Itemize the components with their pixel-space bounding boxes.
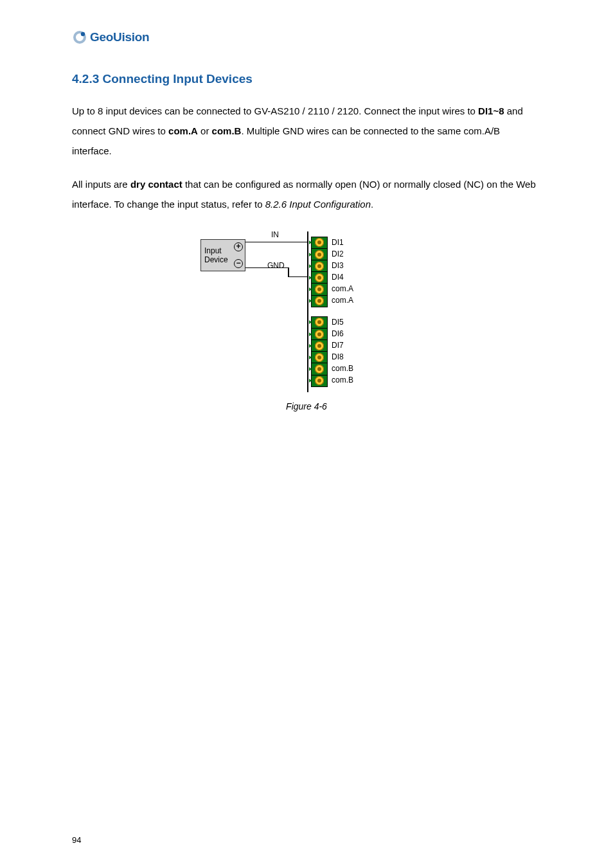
- wire-gnd-seg2: [288, 267, 289, 276]
- terminal: [312, 249, 327, 260]
- pin-label: DI3: [332, 260, 353, 271]
- terminal: [312, 363, 327, 375]
- terminal-board: [307, 231, 330, 392]
- terminal-block-bottom: [311, 316, 328, 387]
- p2-link: 8.2.6 Input Configuration: [265, 199, 371, 210]
- brand-text: GeoUision: [90, 30, 149, 44]
- pin-label: com.B: [332, 374, 353, 386]
- terminal: [312, 272, 327, 284]
- terminal: [312, 260, 327, 272]
- p1-t3: or: [198, 125, 212, 136]
- pin-label: com.A: [332, 294, 353, 306]
- paragraph-1: Up to 8 input devices can be connected t…: [72, 102, 541, 161]
- device-label: Input Device: [204, 246, 228, 265]
- paragraph-2: All inputs are dry contact that can be c…: [72, 175, 541, 215]
- wire-gnd-seg1: [245, 267, 288, 269]
- pin-label: DI5: [332, 316, 353, 328]
- pin-label: com.A: [332, 283, 353, 294]
- p1-b3: com.B: [212, 125, 242, 136]
- section-title: 4.2.3 Connecting Input Devices: [72, 72, 541, 86]
- wire-in-label: IN: [271, 230, 279, 239]
- figure-container: Input Device + − IN GND: [72, 231, 541, 399]
- terminal: [312, 284, 327, 295]
- p2-b1: dry contact: [130, 179, 182, 190]
- pin-label: DI6: [332, 328, 353, 339]
- p2-t1: All inputs are: [72, 179, 130, 190]
- plus-terminal: +: [234, 242, 243, 251]
- pin-label: DI8: [332, 351, 353, 363]
- page-number: 94: [72, 835, 81, 845]
- terminal: [312, 296, 327, 307]
- terminal: [312, 237, 327, 249]
- globe-icon: [72, 30, 87, 45]
- pin-label: com.B: [332, 363, 353, 374]
- wiring-diagram: Input Device + − IN GND: [200, 231, 413, 399]
- p1-t1: Up to 8 input devices can be connected t…: [72, 105, 478, 116]
- terminal: [312, 329, 327, 340]
- pin-labels-bottom: DI5 DI6 DI7 DI8 com.B com.B: [332, 316, 353, 386]
- terminal: [312, 375, 327, 386]
- terminal: [312, 340, 327, 352]
- svg-point-1: [81, 32, 85, 36]
- p1-b2: com.A: [168, 125, 198, 136]
- pin-label: DI7: [332, 339, 353, 351]
- figure-caption: Figure 4-6: [72, 401, 541, 411]
- p2-t3: .: [371, 199, 373, 210]
- brand-logo: GeoUision: [72, 30, 541, 45]
- pin-label: DI2: [332, 248, 353, 260]
- wire-gnd-seg3: [288, 276, 307, 278]
- pin-label: DI1: [332, 237, 353, 248]
- minus-terminal: −: [234, 259, 243, 268]
- input-device-box: Input Device + −: [200, 239, 245, 271]
- pin-labels-top: DI1 DI2 DI3 DI4 com.A com.A: [332, 237, 353, 306]
- terminal-block-top: [311, 237, 328, 307]
- terminal: [312, 317, 327, 329]
- wire-gnd-label: GND: [267, 261, 285, 270]
- terminal: [312, 352, 327, 363]
- wire-in: [245, 242, 307, 243]
- p1-b1: DI1~8: [478, 105, 504, 116]
- pin-label: DI4: [332, 271, 353, 283]
